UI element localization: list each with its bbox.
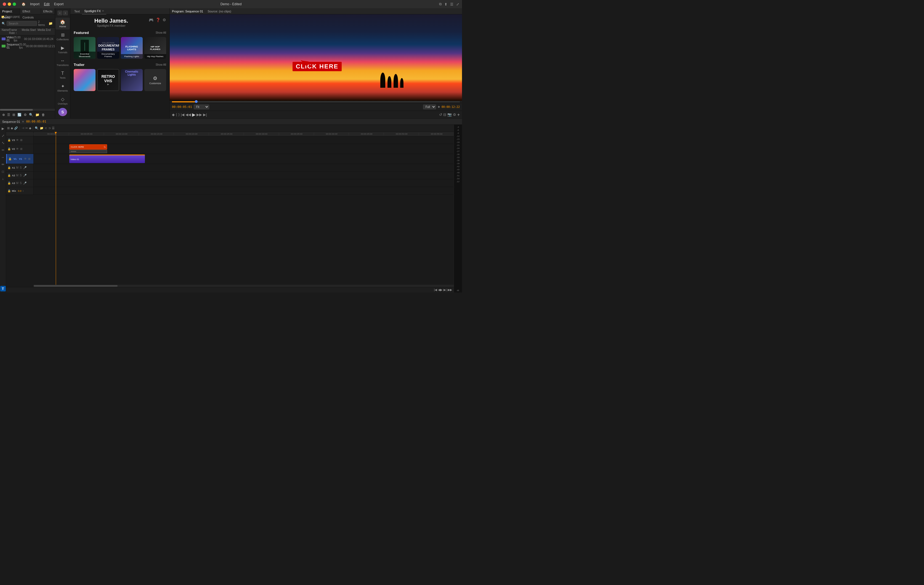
close-button[interactable] <box>3 2 6 6</box>
effect-controls-tab[interactable]: Effect Controls <box>20 8 41 14</box>
a3-mic[interactable]: 🎤 <box>23 181 27 185</box>
a1-m[interactable]: M <box>16 166 19 170</box>
quality-select[interactable]: Full 1/2 1/4 <box>423 105 436 109</box>
track-content-a1[interactable] <box>34 164 454 171</box>
v3-eye[interactable]: 👁 <box>16 138 19 142</box>
share-icon[interactable]: ⬆ <box>444 2 447 7</box>
import-menu[interactable]: Import <box>30 2 40 6</box>
menu-icon[interactable]: ☰ <box>450 2 454 7</box>
settings-icon[interactable]: ⚙ <box>163 18 166 22</box>
add-btn[interactable]: + <box>457 112 460 117</box>
video01-clip[interactable]: Video 01 <box>69 155 145 163</box>
featured-show-all[interactable]: Show All <box>156 31 166 34</box>
a1-lock[interactable]: 🔒 <box>7 166 11 170</box>
out-point-btn[interactable]: ⟩ <box>178 112 180 117</box>
folder-btn[interactable]: 📁 <box>35 112 40 117</box>
zoom-in-btn[interactable]: ▶| <box>444 288 447 292</box>
sidebar-item-elements[interactable]: ✦ Elements <box>56 82 70 94</box>
nav-back[interactable]: ‹ <box>58 10 63 15</box>
razor-btn[interactable]: ✂ <box>25 126 28 130</box>
search-tl-btn[interactable]: 🔍 <box>35 126 39 130</box>
trailer-card-1[interactable] <box>74 69 96 91</box>
a1-mic[interactable]: 🎤 <box>23 166 27 170</box>
close-gaps-btn[interactable]: ⊃ <box>48 126 51 130</box>
list-item[interactable]: Sequence 01 25.00 fps 00:00:00:00 00:00:… <box>0 43 55 49</box>
help-icon[interactable]: ❓ <box>156 18 160 22</box>
track-content-mix[interactable] <box>34 187 454 194</box>
nav-forward[interactable]: › <box>63 10 68 15</box>
markers-btn[interactable]: ◆ <box>11 126 13 130</box>
mix-expand[interactable]: ↕ <box>22 189 24 193</box>
a2-s[interactable]: S <box>20 173 22 177</box>
zoom-end-btn[interactable]: ▶▶ <box>448 288 452 292</box>
track-content-v3[interactable] <box>34 136 454 144</box>
v2-lock[interactable]: 🔒 <box>7 147 11 151</box>
featured-card-1[interactable]: Essential Movements <box>74 37 96 59</box>
minimize-button[interactable] <box>8 2 11 6</box>
sidebar-item-texts[interactable]: T Texts <box>56 69 70 81</box>
tab-close-icon[interactable]: ✕ <box>102 8 104 14</box>
effects-tab[interactable]: Effects <box>41 8 55 14</box>
program-tab[interactable]: Program: Sequence 01 <box>172 10 203 13</box>
sidebar-item-home[interactable]: 🏠 Home <box>56 18 70 30</box>
timeline-scrollbar[interactable] <box>34 285 454 287</box>
folder-tl-btn[interactable]: 📁 <box>40 126 44 130</box>
mix-lock[interactable]: 🔒 <box>7 189 11 193</box>
keyframe-btn[interactable]: ◆ <box>29 126 31 130</box>
settings-btn[interactable]: ⚙ <box>453 112 456 117</box>
step-back-btn[interactable]: ◀◀ <box>185 112 191 117</box>
list-view-btn[interactable]: ☰ <box>7 112 11 117</box>
icon-view-btn[interactable]: ⊞ <box>12 112 16 117</box>
trailer-card-3[interactable]: Cinematic Lights <box>121 69 143 91</box>
trailer-card-2[interactable]: RETRO VHS ▶ <box>97 69 119 91</box>
click-here-clip[interactable]: CLICK HERE fx <box>69 144 107 150</box>
v3-sync[interactable]: ⊞ <box>20 138 23 142</box>
loop-btn[interactable]: ↺ <box>439 112 442 117</box>
automate-btn[interactable]: ⚙ <box>23 112 27 117</box>
featured-card-4[interactable]: HIP HOPFLASHES Hip Hop Flashes <box>144 37 166 59</box>
track-content-a3[interactable] <box>34 180 454 187</box>
v1-eye[interactable]: 👁 <box>24 157 27 161</box>
zoom-out-btn[interactable]: |◀ <box>434 288 437 292</box>
source-tab[interactable]: Source: (no clips) <box>208 10 231 13</box>
play-btn[interactable]: ▶ <box>192 112 195 117</box>
v1-sync[interactable]: ⊞ <box>28 157 31 161</box>
edit-menu[interactable]: Edit <box>44 2 50 6</box>
maximize-button[interactable] <box>13 2 16 6</box>
zoom-fit-btn[interactable]: ◀▶ <box>438 288 442 292</box>
snap-btn[interactable]: ⊣ <box>21 126 24 130</box>
export-frame-btn[interactable]: 📷 <box>447 112 452 117</box>
track-select-tool[interactable]: ⤢ <box>0 133 6 138</box>
new-folder-btn[interactable]: 📁 <box>48 21 53 26</box>
text-insert-tool[interactable]: T <box>0 286 6 292</box>
scrollbar-h[interactable] <box>0 109 55 111</box>
new-item-btn[interactable]: ⊕ <box>2 112 5 117</box>
track-content-a2[interactable] <box>34 171 454 179</box>
trailer-card-4[interactable]: ⚙ Customize <box>144 69 166 91</box>
sidebar-item-tutorials[interactable]: ▶ Tutorials <box>56 44 70 56</box>
select-tool[interactable]: ▶ <box>0 126 6 131</box>
restore-icon[interactable]: ⧉ <box>439 2 442 7</box>
v3-lock[interactable]: 🔒 <box>7 138 11 142</box>
a3-m[interactable]: M <box>16 181 19 185</box>
spotlight-fx-tab[interactable]: Spotlight FX ✕ <box>82 8 106 15</box>
sequence-btn[interactable]: ⊞ <box>7 126 10 130</box>
step-forward-btn[interactable]: ▶▶ <box>196 112 202 117</box>
sort-btn[interactable]: 🔃 <box>17 112 22 117</box>
sidebar-item-overlays[interactable]: ◇ Overlays <box>56 95 70 107</box>
a2-mic[interactable]: 🎤 <box>23 173 27 177</box>
featured-card-2[interactable]: COLLECTION DOCUMENTARYFRAMES Documentary… <box>97 37 119 59</box>
razor-tool[interactable]: ✂ <box>0 147 6 153</box>
v2-sync[interactable]: ⊞ <box>20 147 23 151</box>
home-icon[interactable]: 🏠 <box>21 2 26 6</box>
linked-select-btn[interactable]: 🔗 <box>14 126 18 130</box>
fullscreen-icon[interactable]: ⤢ <box>456 2 459 7</box>
ripple-tool[interactable]: ⤡ <box>0 140 6 146</box>
safe-margins-btn[interactable]: ⊟ <box>443 112 446 117</box>
sidebar-item-transitions[interactable]: ↔ Transitions <box>56 56 70 68</box>
fit-select[interactable]: Fit 25% 50% 100% <box>194 105 209 109</box>
track-content-v1[interactable]: Video 01 <box>34 154 454 164</box>
export-menu[interactable]: Export <box>54 2 64 6</box>
settings-tl-btn[interactable]: ☰ <box>52 126 54 130</box>
a2-m[interactable]: M <box>16 173 19 177</box>
